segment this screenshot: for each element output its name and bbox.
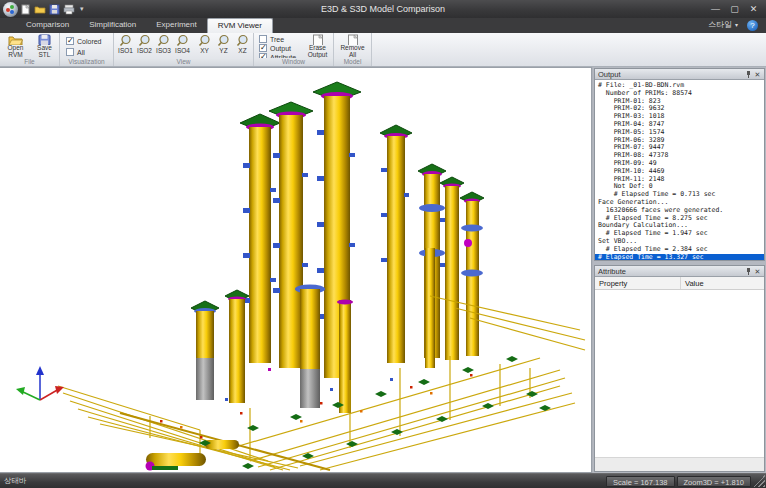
iso4-button[interactable]: ISO4 [173, 34, 192, 58]
ribbon: Open RVM Save STL File Colored All Visua… [0, 33, 766, 67]
magnifier-icon [236, 34, 249, 47]
print-icon[interactable] [63, 4, 75, 15]
attribute-table-body[interactable] [595, 290, 764, 457]
ribbon-group-file: Open RVM Save STL File [0, 33, 60, 66]
maximize-button[interactable]: ▢ [726, 3, 743, 16]
main-area: Output ✕ # File: _01-BD-BDN.rvm Number o… [0, 67, 766, 473]
application-window: ▾ E3D & S3D Model Comparison — ▢ ✕ Compa… [0, 0, 766, 488]
checkbox-checked-icon [259, 44, 267, 52]
remove-all-button[interactable]: Remove All [339, 34, 366, 58]
style-caret-icon: ▾ [735, 21, 738, 28]
group-label-file: File [0, 58, 59, 66]
window-controls: — ▢ ✕ [707, 0, 762, 18]
close-panel-icon[interactable]: ✕ [753, 70, 762, 79]
status-scale-readout: Scale = 167.138 [606, 476, 674, 487]
resize-grip[interactable] [753, 475, 765, 487]
checkbox-unchecked-icon [66, 48, 74, 56]
window-title: E3D & S3D Model Comparison [0, 4, 766, 14]
erase-output-button[interactable]: Erase Output [304, 34, 331, 58]
output-panel-title: Output [598, 70, 621, 79]
ribbon-group-model: Remove All Model [334, 33, 372, 66]
output-line-selected[interactable]: # Elapsed Time = 13.327 sec [595, 254, 764, 260]
pin-icon[interactable] [744, 267, 753, 276]
all-checkbox[interactable]: All [66, 48, 85, 56]
tab-simplification[interactable]: Simplification [79, 18, 146, 33]
magnifier-icon [198, 34, 211, 47]
checkbox-checked-icon [66, 37, 74, 45]
group-label-model: Model [334, 58, 371, 66]
tab-rvm-viewer[interactable]: RVM Viewer [207, 18, 273, 33]
group-label-view: View [114, 58, 253, 66]
tree-checkbox[interactable]: Tree [259, 35, 284, 43]
xy-button[interactable]: XY [195, 34, 214, 58]
dock-panel-column: Output ✕ # File: _01-BD-BDN.rvm Number o… [593, 67, 766, 473]
app-orb-button[interactable] [3, 2, 18, 17]
magnifier-icon [176, 34, 189, 47]
checkbox-unchecked-icon [259, 35, 267, 43]
xz-button[interactable]: XZ [233, 34, 252, 58]
style-menu-button[interactable]: 스타일 ▾ [708, 19, 738, 30]
quick-access-toolbar: ▾ [21, 4, 84, 15]
output-console: # File: _01-BD-BDN.rvm Number of PRIMs: … [595, 80, 764, 260]
close-panel-icon[interactable]: ✕ [753, 267, 762, 276]
tab-experiment[interactable]: Experiment [146, 18, 206, 33]
qat-dropdown-caret[interactable]: ▾ [80, 5, 84, 13]
iso2-button[interactable]: ISO2 [135, 34, 154, 58]
magnifier-icon [217, 34, 230, 47]
ribbon-group-window: Tree Output Attribute Erase Output Windo… [254, 33, 334, 66]
title-bar: ▾ E3D & S3D Model Comparison — ▢ ✕ [0, 0, 766, 18]
new-document-icon[interactable] [21, 4, 31, 15]
axis-triad-icon [16, 366, 64, 400]
status-bar: 상태바 Scale = 167.138 Zoom3D = +1.810 [0, 473, 766, 488]
group-label-window: Window [254, 58, 333, 66]
plant-model-3d [0, 68, 590, 472]
help-icon[interactable]: ? [747, 20, 758, 31]
column-header-property[interactable]: Property [595, 277, 681, 289]
yz-button[interactable]: YZ [214, 34, 233, 58]
column-header-value[interactable]: Value [681, 277, 764, 289]
attribute-panel-footer [595, 457, 764, 471]
magnifier-icon [119, 34, 132, 47]
iso1-button[interactable]: ISO1 [116, 34, 135, 58]
magnifier-icon [138, 34, 151, 47]
attribute-table-header: Property Value [595, 277, 764, 290]
minimize-button[interactable]: — [707, 3, 724, 16]
group-label-visualization: Visualization [60, 58, 113, 66]
output-checkbox[interactable]: Output [259, 44, 291, 52]
attribute-panel-header: Attribute ✕ [595, 266, 764, 277]
ribbon-group-visualization: Colored All Visualization [60, 33, 114, 66]
viewport-3d[interactable] [0, 67, 592, 473]
output-panel-header: Output ✕ [595, 69, 764, 80]
ribbon-group-view: ISO1 ISO2 ISO3 ISO4 XY YZ [114, 33, 254, 66]
save-stl-button[interactable]: Save STL [31, 34, 58, 58]
tab-comparison[interactable]: Comparison [16, 18, 79, 33]
attribute-panel-title: Attribute [598, 267, 626, 276]
ribbon-tab-row: Comparison Simplification Experiment RVM… [0, 18, 766, 33]
status-left-text: 상태바 [0, 476, 27, 486]
open-rvm-button[interactable]: Open RVM [2, 34, 29, 58]
pin-icon[interactable] [744, 70, 753, 79]
save-icon[interactable] [49, 4, 60, 15]
colored-checkbox[interactable]: Colored [66, 37, 102, 45]
output-panel: Output ✕ # File: _01-BD-BDN.rvm Number o… [594, 68, 765, 261]
open-folder-icon[interactable] [34, 4, 46, 15]
iso3-button[interactable]: ISO3 [154, 34, 173, 58]
attribute-panel: Attribute ✕ Property Value [594, 265, 765, 472]
magnifier-icon [157, 34, 170, 47]
status-zoom3d-readout: Zoom3D = +1.810 [677, 476, 751, 487]
close-button[interactable]: ✕ [745, 3, 762, 16]
